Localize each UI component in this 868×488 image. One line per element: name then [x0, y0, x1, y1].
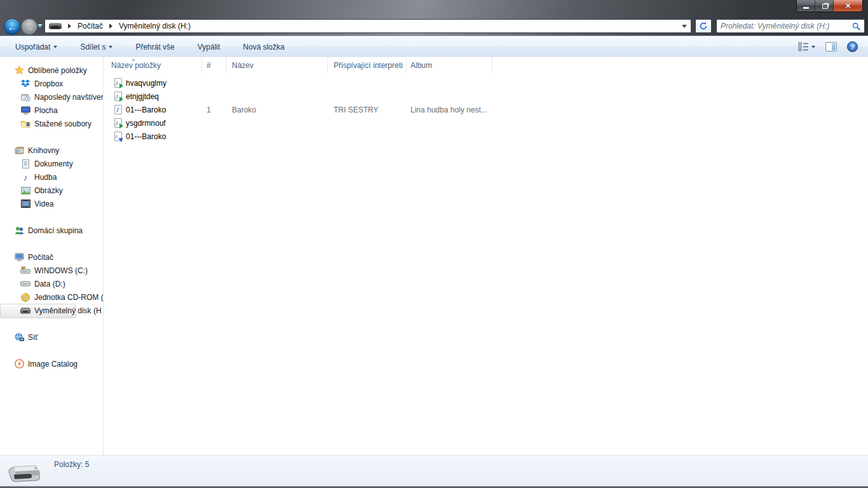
sidebar-item-computer[interactable]: Počítač	[0, 250, 103, 264]
table-row[interactable]: ♪ etnjgjtdeq	[104, 90, 868, 103]
lightning-bolt-icon	[14, 359, 24, 369]
sidebar-item-desktop[interactable]: Plocha	[0, 104, 103, 117]
chevron-down-icon	[109, 46, 112, 48]
sidebar-item-libraries[interactable]: Knihovny	[0, 144, 103, 157]
refresh-icon	[699, 22, 708, 30]
downloads-folder-icon	[20, 119, 31, 129]
playlist-file-icon: ♪	[113, 118, 123, 128]
computer-icon	[14, 252, 24, 262]
chevron-down-icon	[53, 46, 57, 48]
search-box	[716, 19, 865, 33]
table-row[interactable]: ♪ 01---Baroko	[104, 130, 868, 143]
forward-arrow-icon: →	[25, 22, 34, 32]
chevron-down-icon	[811, 46, 815, 48]
sidebar-item-recent-places[interactable]: Naposledy navštíver	[0, 90, 103, 104]
column-header-number[interactable]: #	[202, 57, 226, 74]
breadcrumb-current-location[interactable]: Vyměnitelný disk (H:)	[118, 21, 192, 31]
audio-file-icon: ♪	[113, 105, 123, 115]
breadcrumb-arrow-icon[interactable]	[68, 24, 71, 29]
picture-icon	[20, 186, 31, 196]
windows-drive-icon	[20, 266, 31, 276]
column-header-title[interactable]: Název	[226, 57, 328, 74]
details-pane: Položky: 5	[0, 455, 868, 486]
music-note-icon: ♪	[20, 172, 31, 182]
sidebar-item-network[interactable]: Síť	[0, 330, 103, 344]
change-view-button[interactable]	[798, 42, 815, 51]
back-button[interactable]: ←	[4, 18, 20, 35]
organize-button[interactable]: Uspořádat	[11, 40, 61, 54]
sort-ascending-icon	[132, 58, 135, 61]
recent-pages-chevron-icon[interactable]	[37, 24, 43, 27]
column-headers: Název položky # Název Přispívající inter…	[104, 57, 868, 74]
recent-places-icon	[20, 92, 31, 102]
burn-button[interactable]: Vypálit	[194, 40, 224, 54]
sidebar-item-videos[interactable]: Videa	[0, 197, 103, 210]
network-icon	[14, 332, 24, 342]
restore-button[interactable]	[815, 0, 834, 11]
sidebar-item-cdrom-drive[interactable]: Jednotka CD-ROM (	[0, 290, 103, 304]
close-button[interactable]: ✕	[834, 0, 862, 11]
sidebar-item-downloads[interactable]: Stažené soubory	[0, 117, 103, 130]
window-controls: ✕	[796, 0, 863, 12]
forward-button[interactable]: →	[21, 18, 37, 35]
command-toolbar: Uspořádat Sdílet s Přehrát vše Vypálit N…	[0, 37, 868, 57]
navigation-pane: Oblíbené položky Dropbox Naposledy navšt…	[0, 57, 104, 455]
table-row[interactable]: ♪ ysgdrmnouf	[104, 116, 868, 130]
search-icon[interactable]	[852, 22, 860, 30]
document-icon	[20, 159, 31, 169]
address-bar[interactable]: Počítač Vyměnitelný disk (H:)	[44, 19, 691, 33]
play-all-button[interactable]: Přehrát vše	[132, 40, 178, 54]
table-row[interactable]: ♪ hvaqvuglmy	[104, 76, 868, 90]
title-bar: ✕ ← → Počítač Vyměnitelný disk (H:)	[0, 0, 868, 36]
question-mark-icon: ?	[850, 43, 855, 51]
dropbox-icon	[20, 79, 31, 89]
status-item-count: Položky: 5	[54, 460, 89, 469]
new-folder-button[interactable]: Nová složka	[239, 40, 288, 54]
sidebar-item-homegroup[interactable]: Domácí skupina	[0, 224, 103, 237]
restore-icon	[822, 4, 828, 9]
playlist-shortcut-icon: ♪	[113, 132, 123, 142]
sidebar-item-removable-disk[interactable]: Vyměnitelný disk (H	[0, 304, 103, 317]
file-list-pane: Název položky # Název Přispívající inter…	[104, 57, 868, 455]
minimize-icon	[803, 7, 809, 9]
homegroup-icon	[14, 226, 24, 236]
minimize-button[interactable]	[797, 0, 815, 11]
table-row[interactable]: ♪ 01---Baroko 1 Baroko TRI SESTRY Lina h…	[104, 103, 868, 116]
column-header-blank	[492, 57, 868, 74]
removable-drive-large-icon	[8, 464, 41, 485]
sidebar-item-drive-d[interactable]: Data (D:)	[0, 277, 103, 290]
preview-pane-button[interactable]	[825, 42, 837, 51]
film-strip-icon	[20, 199, 31, 209]
sidebar-item-documents[interactable]: Dokumenty	[0, 157, 103, 170]
desktop-icon	[20, 105, 31, 116]
playlist-file-icon: ♪	[113, 78, 123, 88]
removable-drive-icon	[49, 23, 62, 29]
sidebar-item-drive-c[interactable]: WINDOWS (C:)	[0, 264, 103, 277]
close-icon: ✕	[845, 3, 851, 10]
help-button[interactable]: ?	[847, 41, 858, 52]
sidebar-item-dropbox[interactable]: Dropbox	[0, 77, 103, 90]
column-header-artists[interactable]: Přispívající interpreti	[328, 57, 407, 74]
removable-drive-icon	[20, 306, 31, 316]
sidebar-item-music[interactable]: ♪ Hudba	[0, 170, 103, 184]
refresh-button[interactable]	[695, 19, 712, 33]
share-with-button[interactable]: Sdílet s	[76, 40, 116, 54]
hard-drive-icon	[20, 279, 31, 289]
back-arrow-icon: ←	[8, 22, 17, 32]
sidebar-item-pictures[interactable]: Obrázky	[0, 184, 103, 197]
sidebar-item-favorites[interactable]: Oblíbené položky	[0, 64, 103, 77]
views-list-icon	[798, 42, 809, 51]
sidebar-item-image-catalog[interactable]: Image Catalog	[0, 357, 103, 370]
column-header-album[interactable]: Album	[407, 57, 492, 74]
breadcrumb-computer[interactable]: Počítač	[76, 21, 104, 31]
cd-rom-icon	[20, 292, 31, 302]
column-header-name[interactable]: Název položky	[104, 57, 202, 74]
breadcrumb-arrow-icon[interactable]	[109, 24, 112, 29]
playlist-file-icon: ♪	[113, 92, 123, 102]
address-dropdown-icon[interactable]	[682, 25, 687, 28]
star-icon	[14, 65, 24, 76]
libraries-icon	[14, 146, 24, 156]
search-input[interactable]	[721, 22, 852, 30]
